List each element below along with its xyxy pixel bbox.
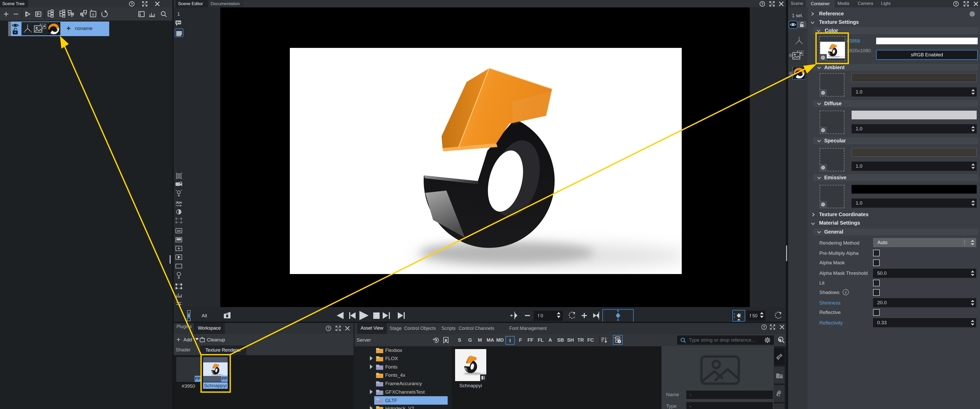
svg-text:Y: Y [799, 37, 800, 38]
svg-text:?: ? [955, 2, 957, 6]
svg-text:Z: Z [24, 31, 25, 33]
svg-text:Holodeck_V2: Holodeck_V2 [385, 406, 414, 409]
svg-text:Y: Y [27, 24, 29, 26]
svg-text:FLOX: FLOX [385, 356, 398, 361]
svg-text:HS: HS [177, 230, 181, 233]
svg-text:Flexbox: Flexbox [385, 348, 402, 353]
svg-text:GFXChannelsTest: GFXChannelsTest [385, 389, 425, 395]
svg-text:?: ? [763, 325, 765, 329]
svg-text:X: X [802, 43, 803, 45]
svg-text:FrameAccurancy: FrameAccurancy [385, 381, 422, 386]
svg-text:f 50: f 50 [750, 313, 757, 318]
svg-text:?: ? [131, 2, 133, 6]
svg-text:GLTF: GLTF [385, 398, 397, 403]
svg-text:?: ? [328, 326, 330, 331]
svg-text:All: All [202, 313, 207, 318]
svg-text:Z: Z [795, 43, 797, 45]
svg-text:G: G [92, 13, 94, 16]
svg-text:i: i [619, 340, 620, 343]
svg-text:f 0: f 0 [538, 313, 543, 318]
svg-text:X: X [30, 31, 32, 33]
svg-text:Fonts_4x: Fonts_4x [385, 372, 406, 378]
svg-text:?: ? [761, 2, 764, 6]
svg-text:Fonts: Fonts [385, 364, 398, 369]
svg-text:1: 1 [177, 11, 180, 17]
